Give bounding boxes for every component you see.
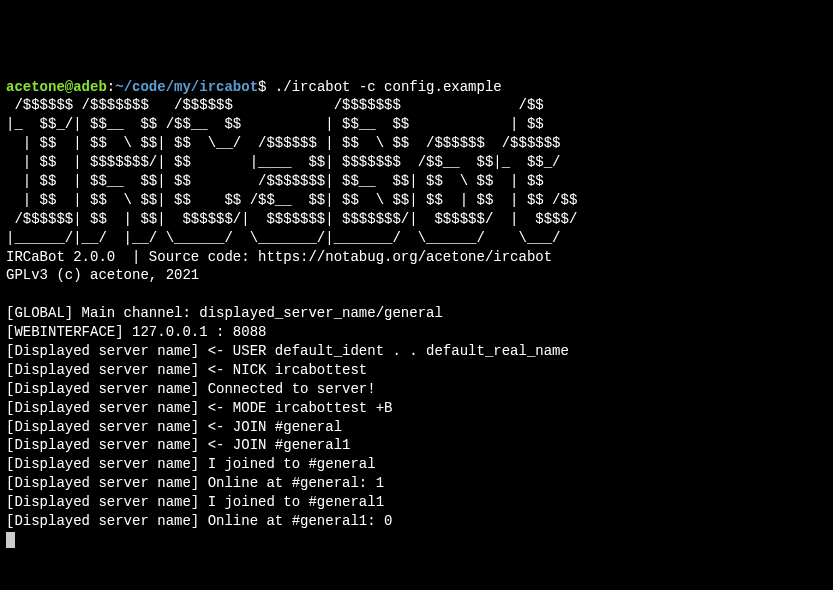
log-line: [Displayed server name] <- JOIN #general… [6, 437, 350, 453]
log-line: [Displayed server name] I joined to #gen… [6, 494, 384, 510]
prompt-colon: : [107, 79, 115, 95]
ascii-art-line: | $$ | $$ \ $$| $$ \__/ /$$$$$$ | $$ \ $… [6, 135, 561, 151]
log-line: [Displayed server name] Online at #gener… [6, 513, 392, 529]
version-line: IRCaBot 2.0.0 | Source code: https://not… [6, 249, 552, 265]
log-line: [Displayed server name] Connected to ser… [6, 381, 376, 397]
prompt-user-host: acetone@adeb [6, 79, 107, 95]
log-line: [Displayed server name] Online at #gener… [6, 475, 384, 491]
terminal-output: acetone@adeb:~/code/my/ircabot$ ./ircabo… [6, 78, 827, 550]
cursor [6, 532, 15, 548]
ascii-art-line: /$$$$$$ /$$$$$$$ /$$$$$$ /$$$$$$$ /$$ [6, 97, 561, 113]
log-line: [GLOBAL] Main channel: displayed_server_… [6, 305, 443, 321]
license-line: GPLv3 (c) acetone, 2021 [6, 267, 199, 283]
log-line: [Displayed server name] <- USER default_… [6, 343, 569, 359]
ascii-art-line: /$$$$$$| $$ | $$| $$$$$$/| $$$$$$$| $$$$… [6, 211, 577, 227]
log-line: [Displayed server name] <- JOIN #general [6, 419, 342, 435]
ascii-art-line: | $$ | $$ \ $$| $$ $$ /$$__ $$| $$ \ $$|… [6, 192, 577, 208]
log-line: [WEBINTERFACE] 127.0.0.1 : 8088 [6, 324, 266, 340]
log-line: [Displayed server name] <- NICK ircabott… [6, 362, 367, 378]
ascii-art-line: |_ $$_/| $$__ $$ /$$__ $$ | $$__ $$ | $$ [6, 116, 561, 132]
log-line: [Displayed server name] <- MODE ircabott… [6, 400, 392, 416]
prompt-path: ~/code/my/ircabot [115, 79, 258, 95]
command-text: ./ircabot -c config.example [266, 79, 501, 95]
log-line: [Displayed server name] I joined to #gen… [6, 456, 376, 472]
ascii-art-line: | $$ | $$__ $$| $$ /$$$$$$$| $$__ $$| $$… [6, 173, 561, 189]
ascii-art-line: |______/|__/ |__/ \______/ \_______/|___… [6, 230, 569, 246]
ascii-art-line: | $$ | $$$$$$$/| $$ |____ $$| $$$$$$$ /$… [6, 154, 561, 170]
prompt-line: acetone@adeb:~/code/my/ircabot$ ./ircabo… [6, 79, 502, 95]
